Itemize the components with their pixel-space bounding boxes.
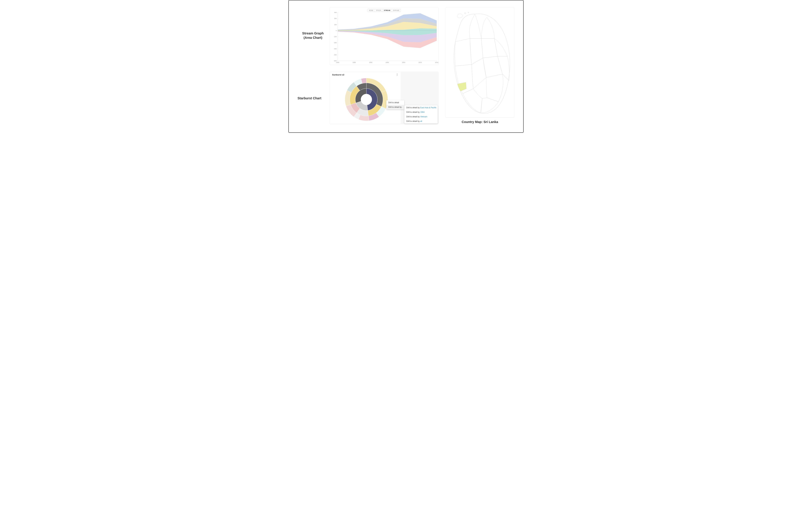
svg-text:2016: 2016 (435, 62, 438, 63)
ctx-sub-option-2[interactable]: Drill to detail by Vietnam (404, 114, 438, 119)
slide-canvas: Stream Graph (Area Chart) Starburst Char… (288, 0, 524, 133)
svg-text:2004: 2004 (402, 62, 405, 63)
stream-stack-mode-toggle: NONE STACK STREAM EXPAND (367, 9, 401, 12)
chevron-right-icon: › (403, 106, 403, 108)
svg-text:1992: 1992 (369, 62, 372, 63)
svg-text:2010: 2010 (419, 62, 422, 63)
stack-mode-stack-button[interactable]: STACK (375, 9, 382, 12)
stack-mode-none-button[interactable]: NONE (367, 9, 375, 12)
sunburst-panel-title: Sunburst v2 (332, 74, 344, 76)
svg-text:-200: -200 (334, 42, 337, 44)
stream-title-label: Stream Graph (Area Chart) (298, 31, 328, 40)
stream-title-line1: Stream Graph (298, 31, 328, 35)
map-caption: Country Map: Sri Lanka (446, 120, 514, 124)
stream-graph-chart: -500-400-300-200-10001002003001980198619… (330, 8, 439, 65)
sunburst-panel: Sunburst v2 Drill to detail Drill to det… (330, 72, 438, 124)
svg-point-77 (468, 12, 469, 13)
sunburst-context-submenu: Drill to detail by East Asia & Pacific D… (404, 105, 438, 123)
kebab-menu-icon[interactable] (397, 74, 397, 76)
sunburst-chart[interactable] (330, 72, 401, 124)
stream-title-line2: (Area Chart) (298, 35, 328, 40)
ctx-sub-option-0[interactable]: Drill to detail by East Asia & Pacific (404, 105, 438, 110)
stream-graph-panel: NONE STACK STREAM EXPAND -500-400-300-20… (330, 8, 438, 65)
sunburst-context-menu: Drill to detail Drill to detail by › (386, 100, 404, 109)
svg-point-76 (464, 13, 466, 14)
svg-text:100: 100 (334, 24, 337, 26)
ctx-sub-option-3[interactable]: Drill to detail by all (404, 119, 438, 123)
svg-text:-400: -400 (334, 54, 337, 56)
svg-text:-300: -300 (334, 48, 337, 50)
svg-text:1980: 1980 (336, 62, 339, 63)
sri-lanka-map[interactable] (446, 8, 514, 118)
svg-text:200: 200 (334, 18, 337, 19)
svg-text:1998: 1998 (386, 62, 389, 63)
ctx-sub-option-1[interactable]: Drill to detail by 1984 (404, 110, 438, 114)
stack-mode-expand-button[interactable]: EXPAND (392, 9, 401, 12)
ctx-drill-to-detail[interactable]: Drill to detail (386, 100, 404, 105)
ctx-drill-to-detail-by[interactable]: Drill to detail by › (386, 105, 404, 109)
stack-mode-stream-button[interactable]: STREAM (382, 9, 392, 12)
svg-text:-500: -500 (334, 60, 337, 62)
country-map-panel (446, 8, 514, 118)
svg-text:0: 0 (336, 30, 337, 31)
sunburst-title-label: Starburst Chart (298, 96, 321, 101)
svg-text:1986: 1986 (352, 62, 356, 63)
svg-text:300: 300 (334, 12, 337, 13)
svg-text:-100: -100 (334, 36, 337, 38)
